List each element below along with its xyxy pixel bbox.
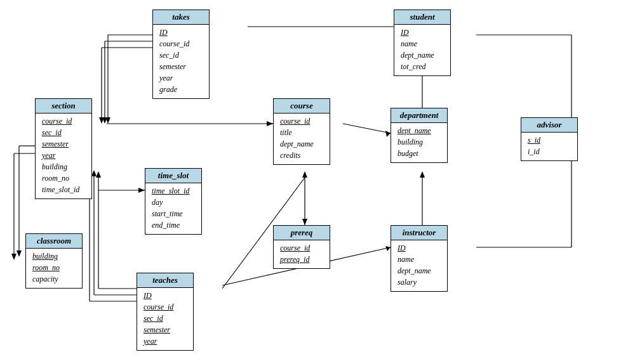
field-time_slot-start_time: start_time <box>152 208 195 219</box>
field-classroom-room_no: room_no <box>32 262 76 273</box>
table-body-prereq: course_idprereq_id <box>274 240 330 268</box>
field-student-dept_name: dept_name <box>401 49 444 61</box>
svg-marker-27 <box>17 250 22 257</box>
table-body-teaches: IDcourse_idsec_idsemesteryear <box>137 288 193 350</box>
field-time_slot-time_slot_id: time_slot_id <box>152 185 195 197</box>
field-teaches-ID: ID <box>144 290 187 301</box>
svg-marker-4 <box>105 117 110 124</box>
field-section-year: year <box>42 150 85 161</box>
table-header-takes: takes <box>153 10 209 25</box>
field-section-time_slot_id: time_slot_id <box>42 184 85 195</box>
table-body-course: course_idtitledept_namecredits <box>274 114 330 164</box>
field-advisor-i_id: i_id <box>528 146 571 157</box>
table-body-student: IDnamedept_nametot_cred <box>394 25 450 75</box>
field-takes-grade: grade <box>159 84 203 95</box>
field-takes-course_id: course_id <box>159 38 203 49</box>
table-body-advisor: s_idi_id <box>521 133 577 160</box>
field-advisor-s_id: s_id <box>528 134 571 146</box>
table-header-prereq: prereq <box>274 226 330 240</box>
table-header-teaches: teaches <box>137 273 193 288</box>
table-body-takes: IDcourse_idsec_idsemesteryeargrade <box>153 25 209 98</box>
field-section-semester: semester <box>42 138 85 150</box>
table-body-classroom: buildingroom_nocapacity <box>26 249 82 288</box>
table-body-time_slot: time_slot_iddaystart_timeend_time <box>145 183 201 234</box>
table-advisor: advisors_idi_id <box>521 117 578 161</box>
field-classroom-capacity: capacity <box>32 273 76 285</box>
svg-marker-30 <box>11 254 17 260</box>
svg-marker-14 <box>385 131 391 137</box>
svg-marker-10 <box>99 117 104 124</box>
table-instructor: instructorIDnamedept_namesalary <box>391 225 448 292</box>
table-course: coursecourse_idtitledept_namecredits <box>273 98 330 165</box>
svg-marker-12 <box>267 121 273 126</box>
table-prereq: prereqcourse_idprereq_id <box>273 225 330 269</box>
field-teaches-semester: semester <box>144 324 187 335</box>
connections-svg <box>0 0 635 364</box>
svg-marker-24 <box>138 188 145 193</box>
field-section-room_no: room_no <box>42 172 85 184</box>
table-header-time_slot: time_slot <box>145 169 201 183</box>
field-time_slot-day: day <box>152 197 195 208</box>
field-instructor-ID: ID <box>398 242 441 254</box>
field-classroom-building: building <box>32 250 76 262</box>
svg-line-13 <box>343 124 391 133</box>
field-teaches-sec_id: sec_id <box>144 313 187 324</box>
table-classroom: classroombuildingroom_nocapacity <box>25 233 83 289</box>
field-teaches-course_id: course_id <box>144 301 187 313</box>
field-teaches-year: year <box>144 335 187 347</box>
table-header-instructor: instructor <box>391 226 447 240</box>
svg-marker-45 <box>385 246 391 251</box>
table-header-course: course <box>274 99 330 114</box>
field-prereq-prereq_id: prereq_id <box>280 254 323 265</box>
field-student-ID: ID <box>401 27 444 38</box>
field-student-name: name <box>401 38 444 49</box>
table-header-advisor: advisor <box>521 118 577 133</box>
field-takes-ID: ID <box>159 27 203 38</box>
er-diagram: takesIDcourse_idsec_idsemesteryeargrades… <box>0 0 635 364</box>
table-header-department: department <box>391 108 447 123</box>
field-section-course_id: course_id <box>42 115 85 127</box>
svg-marker-32 <box>302 219 307 225</box>
field-course-dept_name: dept_name <box>280 138 323 150</box>
table-header-classroom: classroom <box>26 234 82 249</box>
field-instructor-salary: salary <box>398 276 441 288</box>
field-instructor-dept_name: dept_name <box>398 265 441 276</box>
field-instructor-name: name <box>398 254 441 265</box>
table-header-student: student <box>394 10 450 25</box>
field-time_slot-end_time: end_time <box>152 219 195 231</box>
svg-marker-35 <box>96 171 101 178</box>
table-teaches: teachesIDcourse_idsec_idsemesteryear <box>137 273 194 351</box>
svg-marker-38 <box>91 170 97 176</box>
field-section-sec_id: sec_id <box>42 127 85 138</box>
field-takes-year: year <box>159 72 203 84</box>
field-section-building: building <box>42 161 85 172</box>
field-department-dept_name: dept_name <box>398 125 441 136</box>
table-section: sectioncourse_idsec_idsemesteryearbuildi… <box>35 98 92 199</box>
field-department-budget: budget <box>398 148 441 159</box>
field-course-course_id: course_id <box>280 115 323 127</box>
table-department: departmentdept_namebuildingbudget <box>391 108 448 163</box>
table-header-section: section <box>36 99 91 114</box>
field-takes-sec_id: sec_id <box>159 49 203 61</box>
table-body-section: course_idsec_idsemesteryearbuildingroom_… <box>36 114 91 198</box>
svg-marker-7 <box>102 117 107 124</box>
table-body-instructor: IDnamedept_namesalary <box>391 240 447 291</box>
field-course-credits: credits <box>280 150 323 161</box>
table-body-department: dept_namebuildingbudget <box>391 123 447 162</box>
field-student-tot_cred: tot_cred <box>401 61 444 72</box>
field-department-building: building <box>398 136 441 148</box>
table-time_slot: time_slottime_slot_iddaystart_timeend_ti… <box>145 168 202 235</box>
table-takes: takesIDcourse_idsec_idsemesteryeargrade <box>152 10 210 99</box>
field-course-title: title <box>280 127 323 138</box>
svg-marker-43 <box>302 171 307 178</box>
field-takes-semester: semester <box>159 61 203 72</box>
field-prereq-course_id: course_id <box>280 242 323 254</box>
svg-marker-47 <box>420 171 425 178</box>
table-student: studentIDnamedept_nametot_cred <box>394 10 451 76</box>
